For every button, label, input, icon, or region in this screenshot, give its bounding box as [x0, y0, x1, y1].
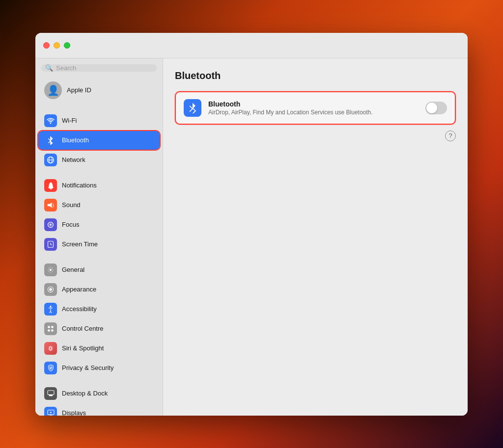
sidebar-item-notifications[interactable]: Notifications: [38, 176, 160, 195]
traffic-lights: [43, 42, 70, 49]
search-icon: 🔍: [45, 64, 53, 72]
wifi-icon: [44, 114, 57, 127]
general-icon: [44, 264, 57, 276]
siri-icon: [44, 342, 57, 355]
sidebar-item-wifi[interactable]: Wi-Fi: [38, 111, 160, 130]
help-button[interactable]: ?: [445, 131, 456, 141]
bluetooth-card: Bluetooth AirDrop, AirPlay, Find My and …: [175, 91, 456, 125]
appearance-icon: [44, 283, 57, 296]
svg-rect-17: [48, 391, 54, 395]
search-bar[interactable]: 🔍 Search: [41, 64, 157, 72]
accessibility-icon: [44, 303, 57, 316]
screentime-icon: [44, 238, 57, 251]
svg-point-20: [50, 412, 52, 413]
sidebar-item-bluetooth[interactable]: Bluetooth: [38, 131, 160, 150]
content-area: Bluetooth Bluetooth AirDrop, AirPlay, Fi…: [163, 58, 468, 416]
sidebar-item-label-displays: Displays: [62, 409, 86, 416]
desktop-dock-icon: [44, 387, 57, 400]
sidebar-item-privacy-security[interactable]: Privacy & Security: [38, 359, 160, 377]
title-bar: [35, 33, 468, 58]
sidebar-item-displays[interactable]: Displays: [38, 404, 160, 416]
sidebar-item-label-sound: Sound: [62, 201, 81, 209]
maximize-button[interactable]: [64, 42, 70, 49]
sidebar-item-desktop-dock[interactable]: Desktop & Dock: [38, 384, 160, 403]
network-icon: [44, 154, 57, 166]
sidebar-item-label-accessibility: Accessibility: [62, 305, 97, 313]
svg-rect-15: [51, 329, 53, 331]
help-icon: ?: [448, 132, 452, 139]
sidebar-item-label-network: Network: [62, 156, 85, 163]
svg-point-10: [49, 288, 52, 291]
sidebar-item-label-control-centre: Control Centre: [62, 325, 104, 332]
svg-point-11: [50, 306, 51, 307]
control-centre-icon: [44, 322, 57, 335]
sidebar-item-label-screen-time: Screen Time: [62, 240, 98, 248]
privacy-icon: [44, 362, 57, 374]
svg-rect-14: [48, 329, 50, 331]
sidebar-item-sound[interactable]: Sound: [38, 196, 160, 214]
bluetooth-card-text: Bluetooth AirDrop, AirPlay, Find My and …: [208, 100, 419, 116]
sidebar-item-appearance[interactable]: Appearance: [38, 280, 160, 299]
svg-point-8: [50, 268, 52, 270]
sidebar-item-label-notifications: Notifications: [62, 182, 97, 189]
notifications-icon: [44, 179, 57, 192]
sidebar-item-apple-id[interactable]: 👤 Apple ID: [38, 78, 160, 103]
close-button[interactable]: [43, 42, 50, 49]
sidebar-item-control-centre[interactable]: Control Centre: [38, 319, 160, 338]
displays-icon: [44, 407, 57, 416]
bluetooth-toggle[interactable]: [425, 102, 447, 114]
svg-line-24: [190, 108, 193, 111]
sidebar-item-general[interactable]: General: [38, 261, 160, 279]
apple-id-label: Apple ID: [67, 86, 91, 94]
sidebar-item-accessibility[interactable]: Accessibility: [38, 300, 160, 318]
sidebar-item-label-appearance: Appearance: [62, 286, 96, 293]
sidebar-item-screen-time[interactable]: Screen Time: [38, 235, 160, 254]
minimize-button[interactable]: [54, 42, 60, 49]
bluetooth-card-title: Bluetooth: [208, 100, 419, 108]
sidebar-item-focus[interactable]: Focus: [38, 215, 160, 234]
system-preferences-window: 🔍 Search 👤 Apple ID: [35, 33, 468, 416]
bluetooth-card-icon: [184, 99, 201, 117]
main-layout: 🔍 Search 👤 Apple ID: [35, 58, 468, 416]
avatar: 👤: [44, 81, 62, 99]
svg-line-23: [190, 105, 193, 108]
sidebar-item-label-bluetooth: Bluetooth: [62, 136, 89, 144]
sidebar-item-siri-spotlight[interactable]: Siri & Spotlight: [38, 339, 160, 358]
svg-marker-4: [48, 202, 52, 208]
sound-icon: [44, 199, 57, 211]
sidebar-item-label-focus: Focus: [62, 221, 79, 228]
sidebar-item-label-privacy-security: Privacy & Security: [62, 364, 113, 371]
sidebar-item-label-desktop-dock: Desktop & Dock: [62, 390, 108, 397]
focus-icon: [44, 218, 57, 231]
toggle-knob: [426, 103, 437, 113]
page-title: Bluetooth: [175, 70, 456, 81]
bluetooth-card-subtitle: AirDrop, AirPlay, Find My and Location S…: [208, 109, 419, 116]
bluetooth-icon: [44, 134, 57, 147]
svg-rect-18: [49, 395, 52, 396]
avatar-icon: 👤: [47, 84, 59, 96]
search-placeholder: Search: [56, 64, 76, 72]
sidebar-item-label-siri-spotlight: Siri & Spotlight: [62, 344, 104, 352]
sidebar: 🔍 Search 👤 Apple ID: [35, 58, 163, 416]
sidebar-item-label-wifi: Wi-Fi: [62, 117, 77, 124]
svg-rect-13: [51, 326, 53, 328]
sidebar-item-label-general: General: [62, 266, 84, 273]
svg-rect-12: [48, 326, 50, 328]
sidebar-item-network[interactable]: Network: [38, 151, 160, 169]
